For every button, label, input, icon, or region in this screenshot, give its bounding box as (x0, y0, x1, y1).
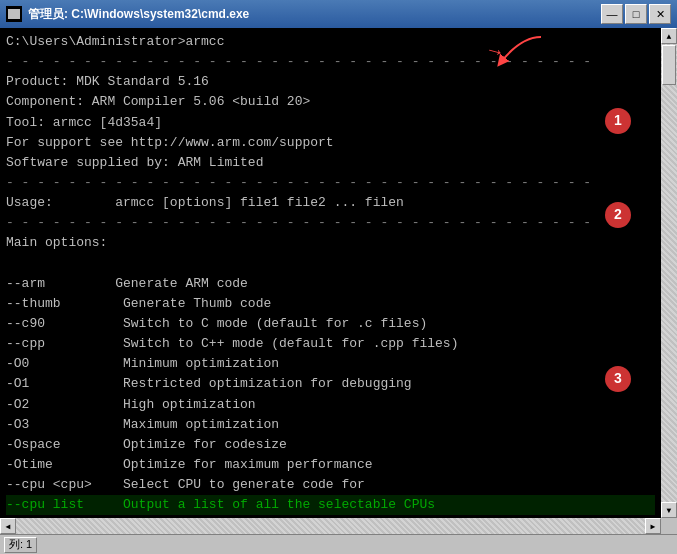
arrow-svg (481, 32, 561, 72)
line-16: -O0 Minimum optimization (6, 354, 655, 374)
minimize-button[interactable]: — (601, 4, 623, 24)
line-13: --thumb Generate Thumb code (6, 294, 655, 314)
line-11 (6, 254, 655, 274)
scroll-thumb[interactable] (662, 45, 676, 85)
line-24: -o <file> Name the final output file of … (6, 515, 655, 518)
line-8: Usage: armcc [options] file1 file2 ... f… (6, 193, 655, 213)
line-3: Component: ARM Compiler 5.06 <build 20> (6, 92, 655, 112)
status-position-text: 列: 1 (9, 537, 32, 552)
scroll-up-button[interactable]: ▲ (661, 28, 677, 44)
window-title: 管理员: C:\Windows\system32\cmd.exe (28, 6, 249, 23)
line-6: Software supplied by: ARM Limited (6, 153, 655, 173)
line-7: - - - - - - - - - - - - - - - - - - - - … (6, 173, 655, 193)
line-19: -O3 Maximum optimization (6, 415, 655, 435)
line-2: Product: MDK Standard 5.16 (6, 72, 655, 92)
line-15: --cpp Switch to C++ mode (default for .c… (6, 334, 655, 354)
line-4: Tool: armcc [4d35a4] (6, 113, 655, 133)
line-14: --c90 Switch to C mode (default for .c f… (6, 314, 655, 334)
scroll-right-button[interactable]: ▶ (645, 518, 661, 534)
line-18: -O2 High optimization (6, 395, 655, 415)
title-bar: 管理员: C:\Windows\system32\cmd.exe — □ ✕ (0, 0, 677, 28)
line-17: -O1 Restricted optimization for debuggin… (6, 374, 655, 394)
status-position: 列: 1 (4, 537, 37, 553)
console-output: → C:\Users\Administrator>armcc - - - - -… (0, 28, 661, 518)
maximize-button[interactable]: □ (625, 4, 647, 24)
bottom-area: ◀ ▶ 列: 1 (0, 518, 677, 554)
scroll-down-button[interactable]: ▼ (661, 502, 677, 518)
h-scroll-track[interactable] (16, 518, 645, 534)
scroll-track[interactable] (661, 44, 677, 502)
line-21: -Otime Optimize for maximum performance (6, 455, 655, 475)
close-button[interactable]: ✕ (649, 4, 671, 24)
line-20: -Ospace Optimize for codesize (6, 435, 655, 455)
title-buttons: — □ ✕ (601, 4, 671, 24)
scroll-corner (661, 518, 677, 534)
line-22: --cpu <cpu> Select CPU to generate code … (6, 475, 655, 495)
main-area: → C:\Users\Administrator>armcc - - - - -… (0, 28, 677, 518)
line-23-highlighted: --cpu list Output a list of all the sele… (6, 495, 655, 515)
status-bar: 列: 1 (0, 534, 677, 554)
vertical-scrollbar[interactable]: ▲ ▼ (661, 28, 677, 518)
line-12: --arm Generate ARM code (6, 274, 655, 294)
line-10: Main options: (6, 233, 655, 253)
scroll-left-button[interactable]: ◀ (0, 518, 16, 534)
line-5: For support see http://www.arm.com/suppo… (6, 133, 655, 153)
window-icon (6, 6, 22, 22)
horizontal-scrollbar[interactable]: ◀ ▶ (0, 518, 677, 534)
line-9: - - - - - - - - - - - - - - - - - - - - … (6, 213, 655, 233)
